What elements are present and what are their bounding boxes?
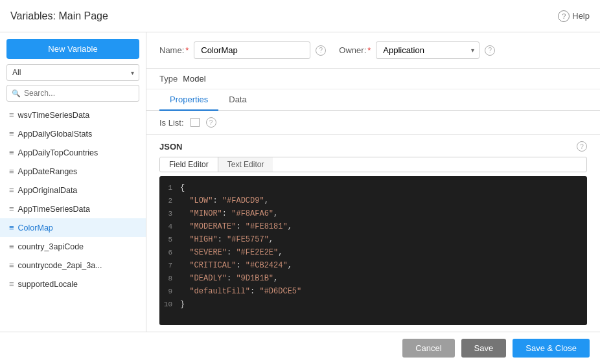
type-value: Model xyxy=(183,74,205,84)
name-required-star: * xyxy=(185,45,189,55)
sidebar-item-AppDateRanges[interactable]: ≡ AppDateRanges xyxy=(0,162,146,181)
is-list-label: Is List: xyxy=(159,118,184,128)
type-row: Type Model xyxy=(146,69,600,89)
save-button[interactable]: Save xyxy=(461,339,507,358)
line-content: "CRITICAL": "#CB2424", xyxy=(180,260,292,271)
sidebar-item-label: AppDailyGlobalStats xyxy=(18,130,93,139)
line-content: "SEVERE": "#FE2E2E", xyxy=(180,247,283,258)
type-label: Type xyxy=(159,74,178,84)
owner-required-star: * xyxy=(367,45,371,55)
variable-icon: ≡ xyxy=(9,223,14,233)
line-number: 3 xyxy=(159,208,180,220)
line-content: "DEADLY": "9D1B1B", xyxy=(180,273,278,284)
sidebar-item-country3apiCode[interactable]: ≡ country_3apiCode xyxy=(0,237,146,256)
tab-properties[interactable]: Properties xyxy=(159,89,218,111)
owner-row: Owner:* Application ▾ ? xyxy=(339,41,495,59)
line-content: { xyxy=(180,182,185,194)
tab-field-editor[interactable]: Field Editor xyxy=(160,157,218,172)
sidebar-item-supportedLocale[interactable]: ≡ supportedLocale xyxy=(0,275,146,293)
search-input[interactable] xyxy=(6,85,139,102)
variable-icon: ≡ xyxy=(9,185,14,195)
sidebar-item-label: AppTimeSeriesData xyxy=(18,205,90,214)
line-number: 4 xyxy=(159,221,180,233)
sidebar-search: 🔍 xyxy=(6,85,139,102)
sidebar-item-wsvTimeSeriesData[interactable]: ≡ wsvTimeSeriesData xyxy=(0,106,146,124)
help-icon: ? xyxy=(558,10,570,22)
code-line-6: 6 "SEVERE": "#FE2E2E", xyxy=(159,246,587,259)
code-line-10: 10 } xyxy=(159,298,587,311)
save-close-button[interactable]: Save & Close xyxy=(513,339,590,358)
code-line-9: 9 "defaultFill": "#D6DCE5" xyxy=(159,285,587,298)
sidebar-item-AppTimeSeriesData[interactable]: ≡ AppTimeSeriesData xyxy=(0,199,146,218)
new-variable-button[interactable]: New Variable xyxy=(6,39,139,59)
code-editor[interactable]: 1 { 2 "LOW": "#FADCD9", 3 "MINOR": "#F8A… xyxy=(159,176,587,325)
app-window: Variables: Main Page ? Help New Variable… xyxy=(0,0,600,364)
variable-icon: ≡ xyxy=(9,129,14,139)
line-content: "HIGH": "#FE5757", xyxy=(180,234,273,245)
tabs-container: Properties Data xyxy=(146,89,600,111)
sidebar-item-countrycode2api3a[interactable]: ≡ countrycode_2api_3a... xyxy=(0,256,146,275)
json-help-icon[interactable]: ? xyxy=(577,141,587,152)
line-number: 10 xyxy=(159,299,180,310)
code-line-1: 1 { xyxy=(159,181,587,194)
sidebar-item-AppOriginalData[interactable]: ≡ AppOriginalData xyxy=(0,181,146,199)
sidebar-item-label: country_3apiCode xyxy=(18,242,84,251)
is-list-help-icon[interactable]: ? xyxy=(206,117,216,128)
sidebar-item-label: wsvTimeSeriesData xyxy=(18,111,90,120)
owner-select[interactable]: Application xyxy=(376,41,479,59)
line-content: "MODERATE": "#FE8181", xyxy=(180,221,292,233)
code-line-4: 4 "MODERATE": "#FE8181", xyxy=(159,220,587,233)
line-number: 5 xyxy=(159,234,180,245)
sidebar-item-label: supportedLocale xyxy=(18,280,78,289)
code-line-2: 2 "LOW": "#FADCD9", xyxy=(159,194,587,207)
sidebar-item-label: AppOriginalData xyxy=(18,186,78,195)
cancel-button[interactable]: Cancel xyxy=(402,339,454,358)
header: Variables: Main Page ? Help xyxy=(0,0,600,32)
line-content: "LOW": "#FADCD9", xyxy=(180,195,269,207)
sidebar-item-AppDailyGlobalStats[interactable]: ≡ AppDailyGlobalStats xyxy=(0,124,146,143)
line-number: 8 xyxy=(159,273,180,284)
json-header: JSON ? xyxy=(159,141,587,152)
is-list-checkbox[interactable] xyxy=(190,118,200,127)
sidebar-item-AppDailyTopCountries[interactable]: ≡ AppDailyTopCountries xyxy=(0,143,146,162)
properties-panel: Is List: ? xyxy=(146,111,600,135)
code-line-7: 7 "CRITICAL": "#CB2424", xyxy=(159,259,587,272)
owner-select-wrap: Application ▾ xyxy=(376,41,479,59)
sidebar: New Variable All ▾ 🔍 ≡ wsvTimeSeriesData… xyxy=(0,32,146,332)
line-content: "MINOR": "#F8AFA6", xyxy=(180,208,278,220)
sidebar-item-label: countrycode_2api_3a... xyxy=(18,261,102,270)
line-content: "defaultFill": "#D6DCE5" xyxy=(180,286,301,297)
help-button[interactable]: ? Help xyxy=(558,10,590,22)
code-line-5: 5 "HIGH": "#FE5757", xyxy=(159,233,587,246)
json-section: JSON ? Field Editor Text Editor 1 { 2 "L… xyxy=(146,135,600,332)
search-icon: 🔍 xyxy=(12,89,21,98)
variable-icon: ≡ xyxy=(9,110,14,120)
variable-icon: ≡ xyxy=(9,166,14,176)
name-help-icon[interactable]: ? xyxy=(316,45,326,56)
variable-icon: ≡ xyxy=(9,279,14,289)
line-content: } xyxy=(180,299,185,310)
sidebar-item-label: ColorMap xyxy=(18,223,53,233)
sidebar-item-label: AppDailyTopCountries xyxy=(18,148,98,157)
tab-data[interactable]: Data xyxy=(218,89,257,111)
json-title: JSON xyxy=(159,142,182,152)
is-list-row: Is List: ? xyxy=(159,117,587,128)
form-header: Name:* ? Owner:* Application ▾ ? xyxy=(146,32,600,69)
variable-icon: ≡ xyxy=(9,148,14,157)
filter-select[interactable]: All xyxy=(6,64,139,81)
sidebar-filter: All ▾ xyxy=(6,64,139,81)
footer: Cancel Save Save & Close xyxy=(0,332,600,364)
right-panel: Name:* ? Owner:* Application ▾ ? xyxy=(146,32,600,332)
tab-text-editor[interactable]: Text Editor xyxy=(218,157,273,172)
owner-label: Owner:* xyxy=(339,45,371,55)
name-input[interactable] xyxy=(194,41,310,59)
line-number: 6 xyxy=(159,247,180,258)
line-number: 9 xyxy=(159,286,180,297)
code-line-3: 3 "MINOR": "#F8AFA6", xyxy=(159,207,587,220)
sidebar-list: ≡ wsvTimeSeriesData ≡ AppDailyGlobalStat… xyxy=(0,106,146,332)
variable-icon: ≡ xyxy=(9,260,14,270)
code-line-8: 8 "DEADLY": "9D1B1B", xyxy=(159,272,587,285)
sidebar-item-ColorMap[interactable]: ≡ ColorMap xyxy=(0,218,146,237)
variable-icon: ≡ xyxy=(9,242,14,251)
owner-help-icon[interactable]: ? xyxy=(485,45,495,56)
